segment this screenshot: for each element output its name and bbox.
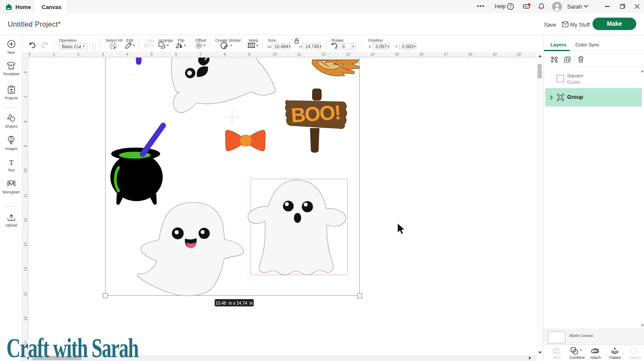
svg-text:BOO!: BOO! [290, 101, 341, 127]
svg-text:10.48 in x 14.74 in: 10.48 in x 14.74 in [216, 301, 253, 306]
svg-text:T: T [9, 159, 14, 166]
svg-text:?: ? [509, 4, 512, 9]
